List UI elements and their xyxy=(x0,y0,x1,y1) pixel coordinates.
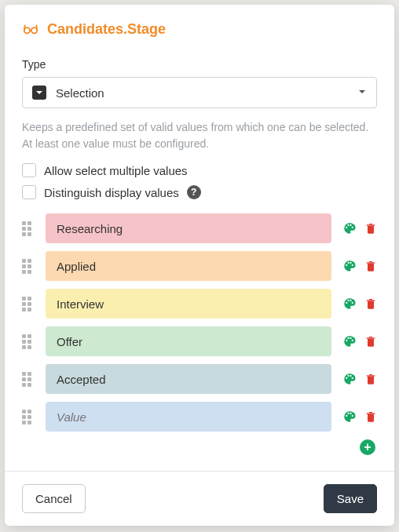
drag-handle-icon[interactable] xyxy=(22,259,35,274)
trash-icon[interactable] xyxy=(364,222,377,235)
value-input[interactable] xyxy=(46,213,331,243)
modal-body: Type Selection Keeps a predefined set of… xyxy=(5,44,394,471)
value-row xyxy=(22,251,377,281)
value-input[interactable] xyxy=(46,289,331,319)
palette-icon[interactable] xyxy=(342,372,357,386)
allow-multiple-row[interactable]: Allow select multiple values xyxy=(22,163,377,177)
value-row xyxy=(22,364,377,394)
allow-multiple-label: Allow select multiple values xyxy=(44,164,188,177)
value-row xyxy=(22,213,377,243)
palette-icon[interactable] xyxy=(342,259,357,273)
trash-icon[interactable] xyxy=(364,297,377,310)
palette-icon[interactable] xyxy=(342,410,357,424)
cancel-button[interactable]: Cancel xyxy=(22,484,86,513)
distinguish-display-checkbox[interactable] xyxy=(22,185,36,199)
type-select[interactable]: Selection xyxy=(22,77,377,108)
drag-handle-icon[interactable] xyxy=(22,372,35,387)
value-row-actions xyxy=(342,297,377,311)
value-row-actions xyxy=(342,221,377,235)
glasses-icon xyxy=(22,20,39,38)
palette-icon[interactable] xyxy=(342,221,357,235)
save-button[interactable]: Save xyxy=(324,484,377,513)
value-row-actions xyxy=(342,372,377,386)
type-helper-text: Keeps a predefined set of valid values f… xyxy=(22,119,377,152)
trash-icon[interactable] xyxy=(364,335,377,348)
value-row xyxy=(22,402,377,432)
allow-multiple-checkbox[interactable] xyxy=(22,163,36,177)
add-value-row: + xyxy=(22,439,377,455)
value-input[interactable] xyxy=(46,402,331,432)
value-input[interactable] xyxy=(46,364,331,394)
trash-icon[interactable] xyxy=(364,373,377,385)
drag-handle-icon[interactable] xyxy=(22,221,35,236)
dropdown-icon xyxy=(32,86,46,100)
add-value-button[interactable]: + xyxy=(360,439,375,455)
modal-dialog: Candidates.Stage Type Selection Keeps a … xyxy=(5,5,394,526)
value-row-actions xyxy=(342,259,377,273)
modal-title: Candidates.Stage xyxy=(47,21,166,38)
values-list xyxy=(22,213,377,432)
drag-handle-icon[interactable] xyxy=(22,410,35,425)
trash-icon[interactable] xyxy=(364,410,377,423)
palette-icon[interactable] xyxy=(342,334,357,348)
distinguish-display-label: Distinguish display values xyxy=(44,186,179,199)
value-row-actions xyxy=(342,334,377,348)
palette-icon[interactable] xyxy=(342,297,357,311)
drag-handle-icon[interactable] xyxy=(22,334,35,349)
value-row xyxy=(22,326,377,356)
type-label: Type xyxy=(22,58,377,71)
value-input[interactable] xyxy=(46,251,331,281)
modal-header: Candidates.Stage xyxy=(5,5,394,44)
trash-icon[interactable] xyxy=(364,260,377,272)
value-input[interactable] xyxy=(46,326,331,356)
drag-handle-icon[interactable] xyxy=(22,297,35,312)
type-select-value: Selection xyxy=(56,86,104,100)
distinguish-display-row[interactable]: Distinguish display values ? xyxy=(22,185,377,199)
chevron-down-icon xyxy=(357,86,367,99)
value-row xyxy=(22,289,377,319)
help-icon[interactable]: ? xyxy=(187,185,201,199)
value-row-actions xyxy=(342,410,377,424)
modal-footer: Cancel Save xyxy=(5,471,394,526)
